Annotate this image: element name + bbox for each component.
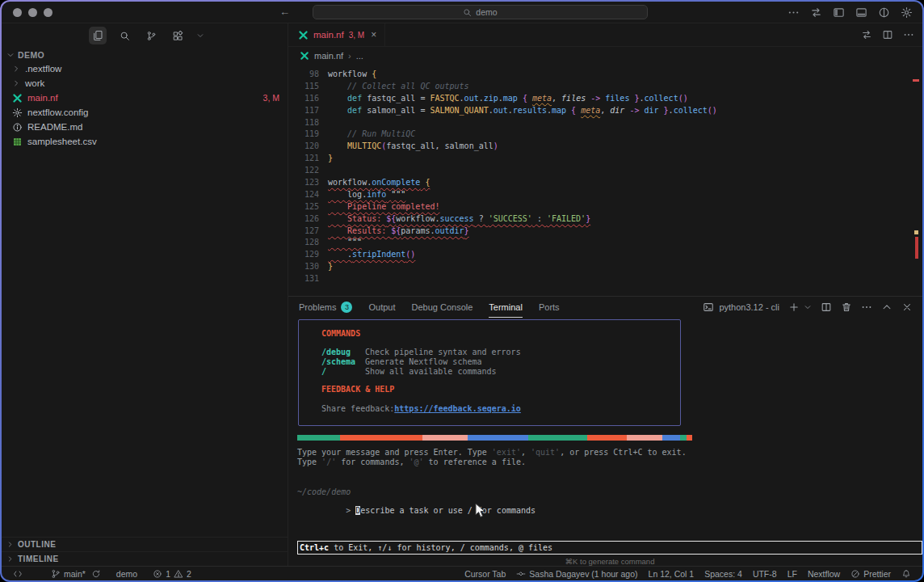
panel-tab-debug-console[interactable]: Debug Console bbox=[412, 297, 473, 318]
source-control-view-button[interactable] bbox=[142, 27, 160, 44]
nextflow-file-icon bbox=[298, 30, 309, 40]
explorer-section-header[interactable]: DEMO bbox=[2, 48, 288, 61]
status-item-nextflow[interactable]: Nextflow bbox=[808, 569, 840, 579]
file-name: .nextflow bbox=[25, 64, 61, 74]
code-line: 129 .stripIndent() bbox=[288, 249, 922, 261]
extensions-view-button[interactable] bbox=[169, 27, 187, 44]
kill-terminal-icon[interactable] bbox=[841, 302, 852, 313]
chat-prompt-input[interactable]: > Describe a task or use / for commands bbox=[297, 497, 536, 524]
line-number: 128 bbox=[295, 237, 319, 249]
sidebar-section-timeline[interactable]: TIMELINE bbox=[2, 551, 288, 566]
blame-icon bbox=[516, 569, 526, 579]
file-row[interactable]: .nextflow bbox=[2, 61, 288, 76]
maximize-panel-icon[interactable] bbox=[881, 302, 892, 313]
breadcrumb-symbol[interactable]: ... bbox=[356, 51, 363, 61]
swap-arrows-icon[interactable] bbox=[810, 6, 822, 19]
line-content: def fastqc_all = FASTQC.out.zip.map { me… bbox=[328, 93, 688, 105]
status-item-lf[interactable]: LF bbox=[788, 569, 797, 579]
file-row[interactable]: samplesheet.csv bbox=[2, 134, 288, 149]
file-row[interactable]: README.md bbox=[2, 120, 288, 134]
breadcrumb[interactable]: main.nf › ... bbox=[288, 47, 922, 65]
terminal-dropdown-icon[interactable] bbox=[804, 303, 812, 311]
workspace-label: demo bbox=[116, 569, 137, 579]
panel-tab-problems[interactable]: Problems3 bbox=[299, 297, 352, 318]
status-item-utf-8[interactable]: UTF-8 bbox=[753, 569, 777, 579]
input-shortcut-bar[interactable]: Ctrl+c to Exit, ↑/↓ for history, / comma… bbox=[297, 541, 922, 555]
search-value: demo bbox=[476, 7, 497, 17]
line-number: 122 bbox=[295, 165, 319, 177]
status-item-cursor-tab[interactable]: Cursor Tab bbox=[464, 569, 506, 579]
status-item-sasha-dagayev-1-hour-ago-[interactable]: Sasha Dagayev (1 hour ago) bbox=[516, 569, 637, 579]
sidebar: DEMO .nextflowworkmain.nf3, Mnextflow.co… bbox=[2, 23, 288, 566]
status-item-prettier[interactable]: Prettier bbox=[850, 569, 891, 579]
file-row[interactable]: work bbox=[2, 76, 288, 91]
panel-tab-output[interactable]: Output bbox=[368, 297, 395, 318]
split-editor-icon[interactable] bbox=[882, 29, 893, 40]
status-bar-right: Cursor TabSasha Dagayev (1 hour ago)Ln 1… bbox=[464, 569, 911, 579]
file-row[interactable]: main.nf3, M bbox=[2, 91, 288, 105]
command-center-search[interactable]: demo bbox=[313, 5, 648, 19]
panel-more-icon[interactable] bbox=[861, 302, 872, 313]
panel-tab-ports[interactable]: Ports bbox=[539, 297, 560, 318]
panel-tab-label: Output bbox=[368, 302, 395, 312]
problems-status[interactable]: 1 2 bbox=[153, 569, 191, 579]
git-sync-button[interactable] bbox=[91, 569, 101, 579]
editor-area: main.nf 3, M × main.nf › ... bbox=[288, 23, 922, 566]
back-button[interactable]: ← bbox=[279, 6, 290, 18]
more-icon[interactable] bbox=[788, 6, 800, 19]
status-item-ln-12-col-1[interactable]: Ln 12, Col 1 bbox=[649, 569, 695, 579]
toggle-panel-icon[interactable] bbox=[855, 6, 867, 19]
shortcut-hints: to Exit, ↑/↓ for history, / commands, @ … bbox=[329, 543, 552, 552]
line-number: 125 bbox=[295, 201, 319, 213]
more-actions-icon[interactable] bbox=[903, 29, 914, 40]
file-tree: .nextflowworkmain.nf3, Mnextflow.configR… bbox=[2, 61, 288, 149]
line-number: 124 bbox=[295, 189, 319, 201]
gradient-segment bbox=[662, 435, 680, 441]
compare-changes-icon[interactable] bbox=[861, 29, 872, 40]
settings-gear-icon[interactable] bbox=[901, 6, 913, 19]
toggle-sidebar-icon[interactable] bbox=[833, 6, 845, 19]
workspace-indicator[interactable]: demo bbox=[116, 569, 137, 579]
new-terminal-icon[interactable] bbox=[788, 302, 800, 313]
tab-main-nf[interactable]: main.nf 3, M × bbox=[288, 23, 385, 46]
folder-chevron-icon bbox=[12, 79, 20, 87]
terminal-session-name[interactable]: python3.12 - cli bbox=[719, 302, 779, 312]
command-description: Generate Nextflow schema bbox=[365, 357, 482, 367]
code-editor[interactable]: 98workflow {115 // Collect all QC output… bbox=[288, 65, 922, 296]
status-item-spaces-4[interactable]: Spaces: 4 bbox=[704, 569, 742, 579]
error-icon bbox=[153, 569, 162, 579]
files-icon bbox=[91, 29, 104, 42]
close-panel-icon[interactable] bbox=[901, 302, 913, 313]
file-problem-badge: 3, M bbox=[263, 93, 279, 103]
nextflow-file-icon bbox=[12, 93, 23, 103]
line-content: """ bbox=[328, 237, 362, 249]
line-content: Status: ${workflow.success ? 'SUCCESS' :… bbox=[328, 213, 590, 226]
branch-name: main* bbox=[64, 569, 86, 579]
git-branch-status[interactable]: main* bbox=[51, 569, 86, 579]
explorer-view-button[interactable] bbox=[89, 27, 107, 44]
folder-chevron-icon bbox=[12, 65, 20, 73]
customize-layout-icon[interactable] bbox=[878, 6, 890, 19]
panel-tab-label: Problems bbox=[299, 302, 336, 312]
feedback-link[interactable]: https://feedback.seqera.io bbox=[394, 404, 521, 414]
breadcrumb-file[interactable]: main.nf bbox=[314, 51, 343, 61]
bottom-panel: Problems3OutputDebug ConsoleTerminalPort… bbox=[288, 296, 922, 566]
command-name: /schema bbox=[321, 357, 365, 367]
remote-indicator[interactable] bbox=[13, 569, 23, 579]
sync-icon bbox=[91, 569, 101, 579]
minimize-window-button[interactable] bbox=[28, 8, 37, 17]
remote-icon bbox=[13, 569, 23, 579]
close-window-button[interactable] bbox=[13, 8, 22, 17]
split-terminal-icon[interactable] bbox=[821, 302, 832, 313]
maximize-window-button[interactable] bbox=[44, 8, 52, 17]
section-label: TIMELINE bbox=[18, 555, 59, 563]
status-item-bell[interactable] bbox=[901, 569, 911, 579]
panel-tab-terminal[interactable]: Terminal bbox=[489, 297, 523, 318]
section-label: OUTLINE bbox=[18, 540, 56, 549]
more-views-icon[interactable] bbox=[195, 31, 205, 40]
close-tab-icon[interactable]: × bbox=[371, 29, 376, 40]
file-row[interactable]: nextflow.config bbox=[2, 105, 288, 120]
sidebar-section-outline[interactable]: OUTLINE bbox=[2, 537, 288, 551]
gradient-segment bbox=[528, 435, 587, 441]
search-view-button[interactable] bbox=[116, 27, 133, 44]
